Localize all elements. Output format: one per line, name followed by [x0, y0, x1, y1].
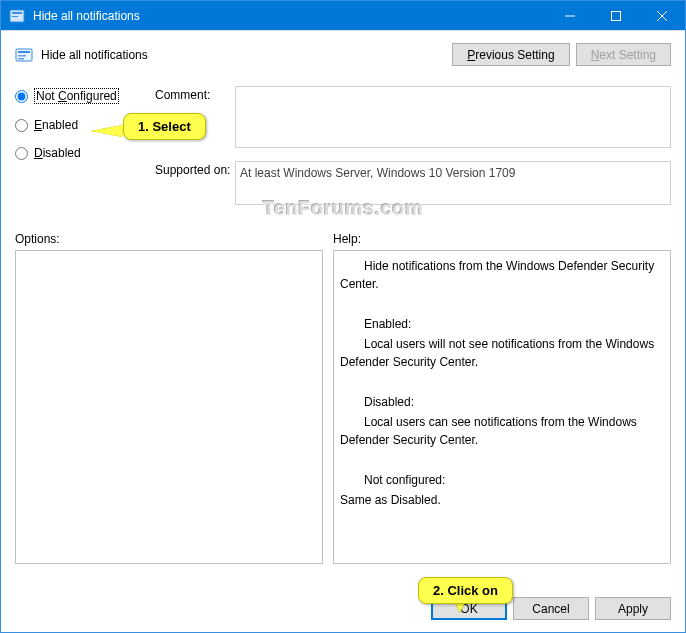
window-title: Hide all notifications — [33, 9, 547, 23]
radio-not-configured[interactable]: Not Configured — [15, 88, 155, 104]
help-text: Local users will not see notifications f… — [340, 335, 664, 371]
help-label: Help: — [333, 232, 361, 246]
cancel-button[interactable]: Cancel — [513, 597, 589, 620]
comment-row: Comment: — [155, 86, 671, 151]
radio-not-configured-input[interactable] — [15, 90, 28, 103]
policy-icon — [15, 46, 33, 64]
svg-rect-2 — [12, 16, 18, 17]
annotation-step-2: 2. Click on — [418, 577, 513, 604]
header-row: Hide all notifications Previous Setting … — [15, 43, 671, 66]
window-controls — [547, 1, 685, 30]
svg-rect-1 — [12, 12, 22, 14]
maximize-button[interactable] — [593, 1, 639, 30]
help-text: Local users can see notifications from t… — [340, 413, 664, 449]
help-text: Disabled: — [340, 393, 664, 411]
policy-title: Hide all notifications — [41, 48, 452, 62]
options-label: Options: — [15, 232, 333, 246]
help-panel: Hide notifications from the Windows Defe… — [333, 250, 671, 564]
config-row: Not Configured Enabled Disabled Comment: — [15, 86, 671, 218]
previous-setting-button[interactable]: Previous Setting — [452, 43, 569, 66]
mid-labels-row: Options: Help: — [15, 232, 671, 246]
nav-buttons: Previous Setting Next Setting — [452, 43, 671, 66]
options-panel — [15, 250, 323, 564]
close-button[interactable] — [639, 1, 685, 30]
help-text: Same as Disabled. — [340, 491, 664, 509]
svg-rect-8 — [18, 51, 30, 53]
svg-rect-9 — [18, 55, 26, 57]
supported-textarea: At least Windows Server, Windows 10 Vers… — [235, 161, 671, 205]
fields-column: Comment: Supported on: At least Windows … — [155, 86, 671, 218]
svg-rect-10 — [18, 58, 24, 60]
radio-disabled-input[interactable] — [15, 147, 28, 160]
minimize-button[interactable] — [547, 1, 593, 30]
help-text: Hide notifications from the Windows Defe… — [340, 257, 664, 293]
annotation-step-1: 1. Select — [123, 113, 206, 140]
supported-row: Supported on: At least Windows Server, W… — [155, 161, 671, 208]
next-setting-button: Next Setting — [576, 43, 671, 66]
content-area: Hide all notifications Previous Setting … — [1, 31, 685, 576]
help-text: Enabled: — [340, 315, 664, 333]
comment-textarea[interactable] — [235, 86, 671, 148]
callout-arrow-icon — [91, 125, 123, 137]
supported-label: Supported on: — [155, 161, 235, 208]
titlebar: Hide all notifications — [1, 1, 685, 31]
app-icon — [9, 8, 25, 24]
panels-row: Hide notifications from the Windows Defe… — [15, 250, 671, 564]
help-text: Not configured: — [340, 471, 664, 489]
radio-disabled[interactable]: Disabled — [15, 146, 155, 160]
gpedit-dialog-window: Hide all notifications Hide all notifica… — [0, 0, 686, 633]
svg-rect-4 — [612, 11, 621, 20]
state-radio-group: Not Configured Enabled Disabled — [15, 86, 155, 218]
apply-button[interactable]: Apply — [595, 597, 671, 620]
radio-enabled-input[interactable] — [15, 119, 28, 132]
